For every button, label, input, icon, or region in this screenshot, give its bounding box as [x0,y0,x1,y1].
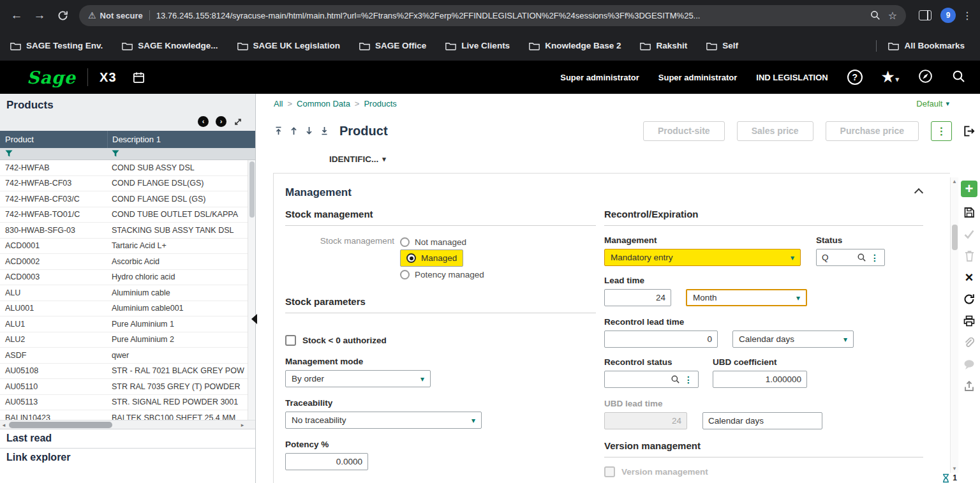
bookmark-item[interactable]: Rakshit [640,41,687,50]
tab-identification[interactable]: IDENTIFIC... ▾ [329,154,386,164]
lookup-search-icon[interactable] [671,375,680,384]
scrollbar-thumb[interactable] [952,225,958,250]
next-page-button[interactable]: › [216,116,226,127]
radio-potency-managed[interactable]: Potency managed [400,267,488,282]
share-button[interactable] [963,379,976,392]
previous-page-button[interactable]: ‹ [198,116,209,127]
status-input[interactable]: Q ⋮ [816,249,885,266]
filter-product[interactable] [0,148,107,160]
favorites-button[interactable]: ★ ▾ [882,71,899,84]
recontrol-management-select[interactable]: Mandatory entry ▾ [604,249,801,266]
panel-collapse-handle[interactable] [251,314,257,324]
filter-description[interactable] [107,148,255,160]
table-row[interactable]: 742-HWFABCOND SUB ASSY DSL [0,160,255,176]
recontrol-status-input[interactable]: ⋮ [604,371,699,388]
help-button[interactable]: ? [847,70,863,85]
field-actions-icon[interactable]: ⋮ [684,375,693,385]
table-row[interactable]: ALU2Pure Aluminium 2 [0,332,255,348]
new-record-button[interactable]: + [961,181,977,197]
address-bar[interactable]: ⚠ Not secure 13.76.245.155:8124/syracuse… [79,5,906,26]
bookmark-star-button[interactable]: ☆ [888,10,897,22]
ubd-lead-time-unit-box[interactable]: Calendar days [702,412,822,429]
next-record-icon[interactable] [304,126,314,136]
table-row[interactable]: ALU1Pure Aluminium 1 [0,316,255,332]
scroll-down-arrow[interactable]: ▼ [951,466,958,472]
security-label[interactable]: Not secure [100,11,143,20]
print-button[interactable] [963,314,976,327]
traceability-select[interactable]: No traceability ▾ [285,412,482,429]
scroll-right-arrow[interactable]: ▸ [239,422,246,428]
table-row[interactable]: 742-HWFAB-CF03/CCOND FLANGE DSL (GS) [0,191,255,207]
table-row[interactable]: 742-HWFAB-CF03COND FLANGE DSL(GS) [0,176,255,192]
table-row[interactable]: BALIN10423BALTEK SBC100 SHEET 25.4 MM [0,410,255,420]
all-bookmarks-button[interactable]: All Bookmarks [888,41,965,50]
cancel-button[interactable]: × [963,271,976,284]
table-row[interactable]: ASDFqwer [0,348,255,364]
view-selector[interactable]: Default ▾ [916,99,949,108]
potency-input[interactable]: 0.0000 [285,453,368,470]
table-row[interactable]: AU05110STR RAL 7035 GREY (T) POWDER [0,379,255,395]
side-panel-button[interactable] [914,4,937,27]
table-row[interactable]: ACD0001Tartaric Acid L+ [0,239,255,255]
scroll-up-arrow[interactable]: ▲ [951,179,958,184]
explore-button[interactable] [918,69,933,85]
previous-record-icon[interactable] [289,126,299,136]
table-row[interactable]: AU05108STR - RAL 7021 BLACK GREY POW [0,364,255,380]
exit-button[interactable] [962,124,976,140]
bookmark-item[interactable]: SAGE Testing Env. [10,41,103,50]
column-header-product[interactable]: Product [0,135,107,144]
product-name[interactable]: X3 [100,70,116,85]
table-row[interactable]: 742-HWFAB-TO01/CCOND TUBE OUTLET DSL/KAP… [0,207,255,223]
scrollbar-thumb[interactable] [249,161,255,218]
table-row[interactable]: ACD0003Hydro chloric acid [0,270,255,286]
bookmark-item[interactable]: SAGE Office [359,41,426,50]
table-row[interactable]: ALU001Aluminium cable001 [0,301,255,317]
lead-time-unit-select[interactable]: Month ▾ [686,289,807,306]
browser-menu-button[interactable]: ⋮ [960,10,975,22]
first-record-icon[interactable] [274,126,283,136]
bookmark-item[interactable]: Knowledge Base 2 [529,41,621,50]
more-actions-button[interactable]: ⋮ [931,121,952,141]
user-menu-2[interactable]: Super administrator [658,73,738,82]
field-actions-icon[interactable]: ⋮ [870,253,879,263]
reload-button[interactable] [51,4,74,27]
bookmark-item[interactable]: SAGE UK Legislation [237,41,341,50]
last-record-icon[interactable] [320,126,329,136]
back-button[interactable]: ← [5,4,28,27]
bookmark-item[interactable]: Self [706,41,738,50]
legislation-menu[interactable]: IND LEGISLATION [756,73,828,82]
recontrol-lead-time-input[interactable]: 0 [604,331,718,348]
table-row[interactable]: 830-HWAB-SFG-03STACKING SUB ASSY TANK DS… [0,223,255,239]
calendar-button[interactable] [132,71,145,84]
breadcrumb-all[interactable]: All [274,99,283,108]
attachments-button[interactable] [963,336,976,349]
url-text[interactable]: 13.76.245.155:8124/syracuse-main/html/ma… [156,11,863,20]
column-header-description[interactable]: Description 1 [107,131,255,148]
list-horizontal-scrollbar[interactable]: ◂ ▸ [0,420,255,429]
search-button[interactable] [952,70,966,85]
scrollbar-thumb[interactable] [9,422,112,428]
scroll-left-arrow[interactable]: ◂ [0,422,8,428]
link-explorer-section[interactable]: Link explorer [0,448,255,467]
recontrol-lead-time-unit-select[interactable]: Calendar days ▾ [732,331,854,348]
stock-negative-checkbox[interactable] [285,335,296,346]
main-scrollbar[interactable]: ▲ ▼ [950,177,958,473]
collapse-section-icon[interactable] [914,188,923,197]
expand-panel-icon[interactable] [234,117,242,126]
breadcrumb-common-data[interactable]: Common Data [297,99,350,108]
management-mode-select[interactable]: By order ▾ [285,370,431,387]
save-button[interactable] [963,205,976,219]
bookmark-item[interactable]: SAGE Knowledge... [122,41,218,50]
table-row[interactable]: ACD0002Ascorbic Acid [0,254,255,270]
sage-logo[interactable]: Sage [27,68,76,87]
ubd-coefficient-input[interactable]: 1.000000 [713,371,807,388]
lead-time-input[interactable]: 24 [604,289,671,306]
profile-avatar[interactable]: 9 [940,8,956,23]
table-row[interactable]: AU05113STR. SIGNAL RED POWDER 3001 [0,395,255,411]
breadcrumb-products[interactable]: Products [364,99,396,108]
radio-not-managed[interactable]: Not managed [400,234,470,249]
forward-button[interactable]: → [28,4,51,27]
lookup-search-icon[interactable] [857,253,866,262]
last-read-section[interactable]: Last read [0,429,255,448]
list-scrollbar[interactable] [248,160,255,420]
